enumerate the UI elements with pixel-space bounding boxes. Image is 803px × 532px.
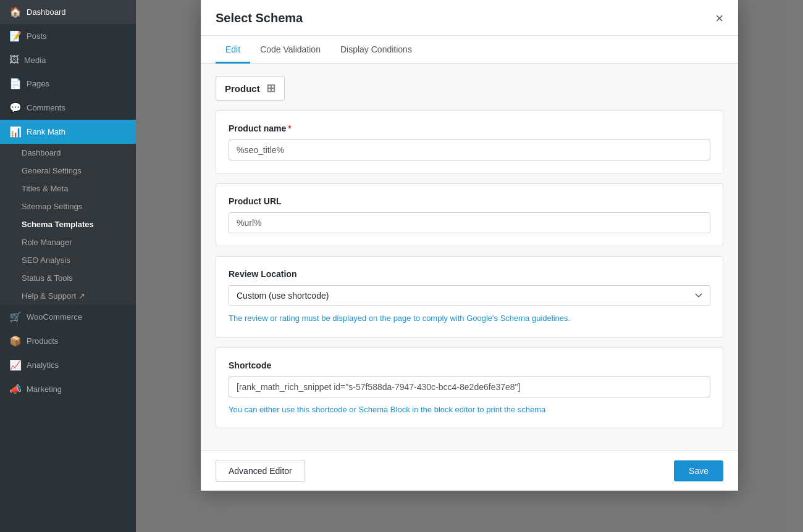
product-url-label: Product URL (229, 196, 710, 206)
sub-item-label: Status & Tools (22, 273, 73, 283)
posts-icon: 📝 (9, 30, 22, 42)
sidebar-sub-rm-status[interactable]: Status & Tools (0, 269, 136, 287)
sidebar-item-products[interactable]: 📦 Products (0, 329, 136, 353)
marketing-icon: 📣 (9, 383, 22, 395)
sub-item-label: Role Manager (22, 238, 72, 247)
product-name-section: Product name* (216, 110, 723, 173)
sidebar-item-marketing[interactable]: 📣 Marketing (0, 377, 136, 401)
products-icon: 📦 (9, 335, 22, 347)
rankmath-icon: 📊 (9, 126, 22, 138)
shortcode-label: Shortcode (229, 360, 710, 370)
sidebar-item-label: WooCommerce (27, 312, 82, 322)
sidebar-item-label: Posts (27, 31, 47, 41)
sub-item-label: SEO Analysis (22, 256, 70, 265)
woocommerce-icon: 🛒 (9, 311, 22, 323)
sidebar-item-label: Media (24, 56, 46, 65)
modal-header: Select Schema × (201, 0, 738, 36)
sidebar-sub-rm-dashboard[interactable]: Dashboard (0, 144, 136, 162)
sidebar-item-label: Analytics (27, 360, 59, 370)
schema-type-selector[interactable]: Product ⊞ (216, 76, 285, 101)
modal-tabs: Edit Code Validation Display Conditions (201, 36, 738, 64)
tab-code-validation[interactable]: Code Validation (250, 36, 330, 64)
shortcode-input[interactable] (229, 376, 710, 397)
analytics-icon: 📈 (9, 359, 22, 371)
modal-title: Select Schema (216, 11, 303, 25)
review-location-select[interactable]: Custom (use shortcode) Above content Bel… (229, 285, 710, 306)
sidebar-item-label: Products (27, 336, 58, 346)
product-name-input[interactable] (229, 139, 710, 160)
tab-edit[interactable]: Edit (216, 36, 250, 64)
sub-item-label: Dashboard (22, 148, 61, 157)
sidebar-item-label: Dashboard (27, 7, 66, 17)
select-schema-modal: Select Schema × Edit Code Validation Dis… (201, 0, 738, 491)
product-name-label: Product name* (229, 123, 710, 133)
schema-type-change-icon[interactable]: ⊞ (266, 81, 275, 95)
advanced-editor-button[interactable]: Advanced Editor (216, 460, 305, 482)
sidebar: 🏠 Dashboard 📝 Posts 🖼 Media 📄 Pages 💬 Co… (0, 0, 136, 532)
sidebar-sub-rankmath: Dashboard General Settings Titles & Meta… (0, 144, 136, 305)
product-url-input[interactable] (229, 212, 710, 233)
required-indicator: * (288, 123, 291, 133)
product-url-section: Product URL (216, 183, 723, 246)
sidebar-sub-rm-sitemap[interactable]: Sitemap Settings (0, 197, 136, 215)
sidebar-sub-rm-role[interactable]: Role Manager (0, 233, 136, 251)
sub-item-label: Sitemap Settings (22, 202, 82, 211)
sidebar-item-label: Comments (27, 103, 65, 112)
sidebar-item-comments[interactable]: 💬 Comments (0, 96, 136, 120)
main-content: Select Schema × Edit Code Validation Dis… (136, 0, 803, 532)
sidebar-item-dashboard[interactable]: 🏠 Dashboard (0, 0, 136, 24)
sidebar-item-woocommerce[interactable]: 🛒 WooCommerce (0, 305, 136, 329)
sidebar-item-analytics[interactable]: 📈 Analytics (0, 353, 136, 377)
shortcode-section: Shortcode You can either use this shortc… (216, 347, 723, 429)
sidebar-item-rankmath[interactable]: 📊 Rank Math (0, 120, 136, 144)
sidebar-sub-rm-general[interactable]: General Settings (0, 162, 136, 180)
shortcode-help: You can either use this shortcode or Sch… (229, 404, 710, 416)
modal-close-button[interactable]: × (715, 12, 723, 25)
sub-item-label: Help & Support ↗ (22, 291, 85, 301)
sidebar-item-label: Pages (27, 79, 49, 88)
sidebar-sub-rm-seo[interactable]: SEO Analysis (0, 251, 136, 269)
review-location-help: The review or rating must be displayed o… (229, 312, 710, 325)
dashboard-icon: 🏠 (9, 6, 22, 18)
comments-icon: 💬 (9, 102, 22, 114)
sidebar-sub-rm-help[interactable]: Help & Support ↗ (0, 287, 136, 305)
modal-footer: Advanced Editor Save (201, 451, 738, 491)
sidebar-item-posts[interactable]: 📝 Posts (0, 24, 136, 48)
sub-item-label: Schema Templates (22, 220, 94, 229)
sub-item-label: General Settings (22, 166, 82, 175)
review-location-label: Review Location (229, 269, 710, 279)
sidebar-item-media[interactable]: 🖼 Media (0, 48, 136, 72)
media-icon: 🖼 (9, 54, 19, 65)
review-location-section: Review Location Custom (use shortcode) A… (216, 256, 723, 338)
sidebar-sub-rm-titles[interactable]: Titles & Meta (0, 180, 136, 197)
tab-display-conditions[interactable]: Display Conditions (330, 36, 422, 64)
modal-body: Product ⊞ Product name* Product URL Revi… (201, 64, 738, 451)
sidebar-item-label: Rank Math (27, 127, 65, 136)
schema-type-label: Product (225, 83, 260, 94)
pages-icon: 📄 (9, 78, 22, 89)
save-button[interactable]: Save (674, 460, 723, 481)
sidebar-sub-rm-schema[interactable]: Schema Templates (0, 215, 136, 233)
sidebar-item-label: Marketing (27, 384, 62, 394)
sub-item-label: Titles & Meta (22, 184, 68, 193)
sidebar-item-pages[interactable]: 📄 Pages (0, 72, 136, 96)
